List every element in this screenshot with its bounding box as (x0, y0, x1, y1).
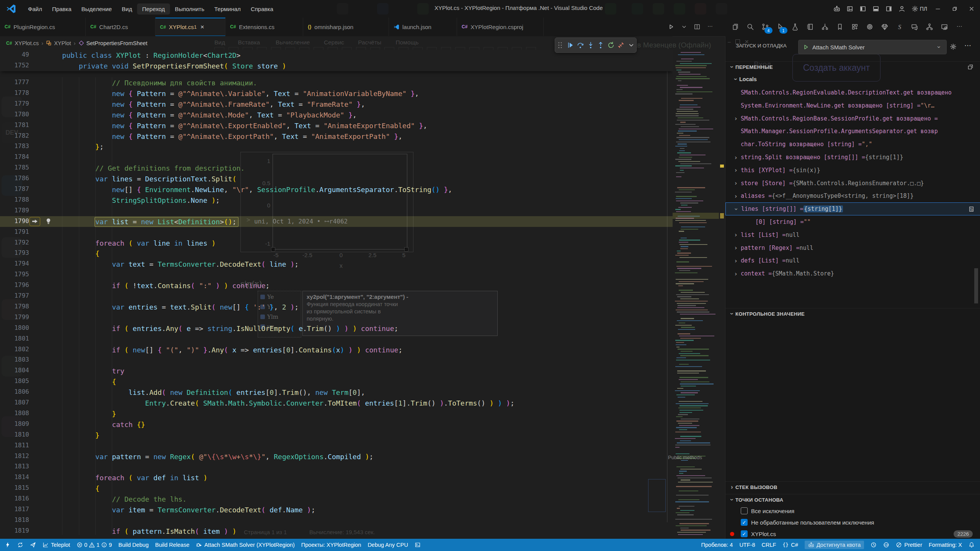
line-number[interactable]: 1803 (0, 356, 29, 363)
code-line[interactable]: 1808 } (0, 408, 673, 419)
overview-ruler[interactable] (719, 50, 725, 539)
code-line[interactable]: 1806 list.Add( new Definition( entries[0… (0, 387, 673, 398)
debug-step-out-button[interactable] (597, 41, 604, 49)
panel-bottom-button[interactable] (869, 3, 882, 15)
code-line[interactable]: 1804 try (0, 365, 673, 376)
status-teleplot[interactable]: Teleplot (42, 542, 70, 548)
chevron-icon[interactable]: › (732, 270, 739, 277)
status-достигнута-квота[interactable]: Достигнута квота (805, 541, 864, 549)
line-number[interactable]: 1811 (0, 442, 29, 449)
activity-s-logo[interactable]: S (894, 21, 905, 33)
code-line[interactable]: 1811 (0, 440, 673, 451)
variable-row[interactable]: [0] [string] = "" (725, 215, 980, 228)
code-line[interactable]: 1790 var list = new List<Definition>();u… (0, 216, 673, 227)
panel-left-button[interactable] (856, 3, 869, 15)
chevron-icon[interactable]: › (728, 310, 735, 317)
activity-notebook[interactable] (804, 21, 816, 33)
line-number[interactable]: 1819 (0, 527, 29, 534)
more-actions-icon[interactable]: ⋯ (964, 41, 971, 50)
variable-row[interactable]: ›string.Split возвращено [string[]] = {s… (725, 151, 980, 164)
code-line[interactable]: 1782 new { Pattern = @"^Animate\.ExportP… (0, 131, 673, 142)
gear-button[interactable] (908, 3, 921, 15)
status-utf-8[interactable]: UTF-8 (739, 542, 755, 548)
menu-Вид[interactable]: Вид (117, 3, 137, 15)
code-line[interactable]: 1812 var pattern = new Regex( @"\{\s*\w+… (0, 451, 673, 462)
line-number[interactable]: 1813 (0, 463, 29, 470)
line-number[interactable]: 1816 (0, 495, 29, 502)
line-number[interactable]: 1792 (0, 239, 29, 246)
code-line[interactable]: 1798 var entries = text.Split( new[] { '… (0, 302, 673, 312)
close-window-button[interactable] (963, 3, 980, 15)
status-formatting-x[interactable]: Formatting: X (929, 542, 962, 548)
callstack-section-header[interactable]: ›СТЕК ВЫЗОВОВ (725, 481, 980, 492)
play-icon[interactable] (802, 44, 809, 51)
status-attach-smath-solver-xyplotregion-[interactable]: Attach SMath Solver (XYPlotRegion) (196, 542, 295, 548)
code-line[interactable]: 1801 (0, 334, 673, 344)
status-crlf[interactable]: CRLF (761, 542, 776, 548)
line-number[interactable]: 1796 (0, 281, 29, 289)
activity-extensions[interactable] (849, 21, 861, 33)
code-line[interactable]: 1786 var lines = DescriptionText.Split( (0, 173, 673, 184)
breadcrumb-method[interactable]: SetPropertiesFromSheet (87, 40, 148, 46)
activity-remote-window[interactable] (939, 21, 950, 33)
code-line[interactable]: 1799 (0, 312, 673, 323)
code-line[interactable]: 1791 (0, 227, 673, 238)
chevron-icon[interactable]: › (732, 231, 739, 238)
code-line[interactable]: 1813 (0, 461, 673, 472)
panel-right-button[interactable] (882, 3, 895, 15)
line-number[interactable]: 1817 (0, 505, 29, 513)
code-line[interactable]: 1818 (0, 515, 673, 526)
debug-step-over-button[interactable] (577, 41, 584, 49)
menu-Файл[interactable]: Файл (23, 3, 47, 15)
menu-Справка[interactable]: Справка (246, 3, 278, 15)
status-sync[interactable] (17, 542, 23, 548)
line-number[interactable]: 1777 (0, 78, 29, 86)
account-button[interactable] (895, 3, 908, 15)
lightbulb-icon[interactable] (45, 218, 52, 224)
breakpoint-row[interactable]: Все исключения (725, 505, 980, 516)
status-zap[interactable] (5, 542, 11, 548)
line-number[interactable]: 1785 (0, 164, 29, 171)
activity-more[interactable]: ⋯ (954, 21, 965, 33)
chevron-icon[interactable]: › (732, 257, 739, 264)
activity-source-control[interactable]: 4 (760, 21, 771, 33)
chevron-icon[interactable]: › (732, 192, 739, 200)
tab-Extensions.cs[interactable]: C#Extensions.cs (225, 18, 303, 36)
code-line[interactable]: 1797 (0, 291, 673, 302)
line-number[interactable]: 1786 (0, 174, 29, 182)
binary-icon[interactable]: 0110 (968, 206, 975, 212)
chevron-icon[interactable]: › (733, 205, 740, 212)
menu-Выделение[interactable]: Выделение (77, 3, 117, 15)
status-build-release[interactable]: Build Release (155, 542, 189, 548)
line-number[interactable]: 1814 (0, 473, 29, 481)
line-number[interactable]: 1810 (0, 431, 29, 438)
tab-close-icon[interactable]: × (201, 23, 204, 31)
variable-row[interactable]: ›store [Store] = {SMath.Controls.Regions… (725, 177, 980, 190)
tab-XYPlot.cs[interactable]: C#XYPlot.cs 1× (155, 18, 225, 36)
status-terminal[interactable] (415, 542, 421, 548)
code-line[interactable]: 1807 Entry.Create( SMath.Math.Symbolic.C… (0, 398, 673, 408)
line-number[interactable]: 1801 (0, 335, 29, 342)
code-line[interactable]: 1794 var text = TermsConverter.DecodeTex… (0, 259, 673, 269)
debug-step-into-button[interactable] (587, 41, 595, 49)
status-prettier[interactable]: Prettier (896, 542, 922, 548)
debug-disconnect-button[interactable] (617, 41, 625, 49)
code-line[interactable]: 1816 // Decode the lhs. (0, 494, 673, 504)
variable-row[interactable]: ›context = {SMath.Math.Store} (725, 267, 980, 280)
line-number[interactable]: 1807 (0, 399, 29, 406)
code-line[interactable]: 1796 if ( !text.Contains( ":" ) ) contin… (0, 280, 673, 291)
code-line[interactable]: 1789 (0, 205, 673, 216)
status-c-[interactable]: {}C# (782, 542, 798, 548)
tab-Chart2D.cs[interactable]: C#Chart2D.cs (86, 18, 155, 36)
breakpoint-checkbox[interactable]: ✓ (741, 530, 748, 537)
line-number[interactable]: 1812 (0, 452, 29, 460)
line-number[interactable]: 1809 (0, 420, 29, 427)
code-line[interactable]: 1817 var item = TermsConverter.DecodeTex… (0, 504, 673, 515)
line-number[interactable]: 1799 (0, 313, 29, 321)
code-line[interactable]: 1777 // Псевдонимы для свойств анимации. (0, 77, 673, 88)
tab-XYPlotRegion.csproj[interactable]: C#XYPlotRegion.csproj (457, 18, 544, 36)
chevron-icon[interactable]: › (732, 115, 739, 122)
chevron-icon[interactable]: › (728, 484, 735, 491)
breadcrumb-file[interactable]: XYPlot.cs (15, 40, 39, 46)
status-build-debug[interactable]: Build Debug (118, 542, 149, 548)
